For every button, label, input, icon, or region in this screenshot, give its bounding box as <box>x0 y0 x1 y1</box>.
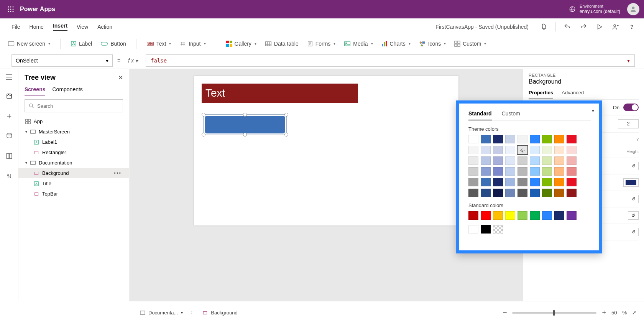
color-swatch[interactable] <box>542 211 552 220</box>
color-swatch[interactable] <box>493 146 503 154</box>
color-swatch[interactable] <box>481 211 491 220</box>
color-swatch[interactable] <box>468 225 478 234</box>
fx-icon[interactable]: fx ▾ <box>125 58 141 64</box>
data-pane-icon[interactable] <box>6 133 13 141</box>
tree-view-icon[interactable] <box>6 93 13 101</box>
share-icon[interactable] <box>611 22 620 31</box>
help-icon[interactable] <box>627 22 636 31</box>
color-swatch[interactable] <box>505 167 515 176</box>
insert-label-button[interactable]: Label <box>71 41 92 47</box>
revert-icon[interactable]: ↺ <box>628 162 639 170</box>
color-swatch[interactable] <box>481 167 491 176</box>
insert-custom-button[interactable]: Custom▾ <box>454 41 486 47</box>
more-icon[interactable]: ••• <box>114 170 125 176</box>
color-swatch[interactable] <box>493 189 503 197</box>
advanced-tools-icon[interactable] <box>6 173 13 181</box>
color-swatch[interactable] <box>542 156 552 165</box>
breadcrumb-screen[interactable]: Documenta... ▾ <box>137 308 186 317</box>
collapse-icon[interactable]: ▾ <box>592 108 594 113</box>
color-swatch[interactable] <box>468 211 478 220</box>
color-swatch[interactable] <box>542 135 552 143</box>
tree-node-background[interactable]: Background ••• <box>18 168 129 178</box>
insert-media-button[interactable]: Media▾ <box>344 41 373 47</box>
insert-pane-icon[interactable] <box>6 113 13 121</box>
insert-forms-button[interactable]: Forms▾ <box>307 41 336 47</box>
color-swatch[interactable] <box>530 167 540 176</box>
color-swatch[interactable] <box>567 178 577 186</box>
app-launcher-icon[interactable] <box>5 3 17 15</box>
color-swatch[interactable] <box>530 178 540 186</box>
user-avatar[interactable] <box>627 3 639 15</box>
tree-node-app[interactable]: App <box>18 116 129 127</box>
zoom-out-button[interactable]: − <box>503 309 507 317</box>
color-swatch[interactable] <box>554 211 564 220</box>
display-toggle[interactable] <box>623 104 639 111</box>
menu-view[interactable]: View <box>77 24 88 30</box>
color-swatch[interactable] <box>554 146 564 154</box>
color-swatch[interactable] <box>493 225 503 234</box>
fill-color-swatch[interactable] <box>623 178 639 187</box>
color-swatch[interactable] <box>567 211 577 220</box>
tab-screens[interactable]: Screens <box>25 86 45 95</box>
color-swatch[interactable] <box>542 167 552 176</box>
tab-properties[interactable]: Properties <box>529 90 553 99</box>
color-swatch[interactable] <box>554 167 564 176</box>
tree-search[interactable] <box>25 99 123 112</box>
color-swatch[interactable] <box>493 135 503 143</box>
color-swatch[interactable] <box>481 135 491 143</box>
revert-icon-4[interactable]: ↺ <box>628 228 639 236</box>
color-swatch[interactable] <box>493 211 503 220</box>
redo-icon[interactable] <box>579 22 588 31</box>
zoom-slider[interactable] <box>512 312 596 314</box>
menu-insert[interactable]: Insert <box>53 23 67 31</box>
color-swatch[interactable] <box>481 156 491 165</box>
tree-node-rectangle1[interactable]: Rectangle1 <box>18 147 129 158</box>
colorpicker-tab-custom[interactable]: Custom <box>502 110 520 120</box>
tree-node-documentation[interactable]: ▾ Documentation <box>18 158 129 168</box>
insert-icons-button[interactable]: Icons▾ <box>419 41 446 47</box>
color-swatch[interactable] <box>567 146 577 154</box>
color-swatch[interactable] <box>530 156 540 165</box>
color-swatch[interactable] <box>567 135 577 143</box>
color-swatch[interactable] <box>481 189 491 197</box>
color-swatch[interactable] <box>530 135 540 143</box>
insert-input-button[interactable]: Input▾ <box>179 41 205 47</box>
color-swatch[interactable] <box>468 146 478 154</box>
color-swatch[interactable] <box>481 146 491 154</box>
color-swatch[interactable] <box>518 156 527 165</box>
close-icon[interactable]: ✕ <box>118 74 123 81</box>
num-input[interactable]: 2 <box>618 119 639 128</box>
color-swatch[interactable] <box>505 156 515 165</box>
undo-icon[interactable] <box>563 22 572 31</box>
environment-picker[interactable]: Environment enayu.com (default) <box>569 4 620 15</box>
color-swatch[interactable] <box>518 178 527 186</box>
color-swatch[interactable] <box>468 178 478 186</box>
color-swatch[interactable] <box>542 146 552 154</box>
insert-button-button[interactable]: Button <box>100 41 126 47</box>
color-swatch[interactable] <box>530 146 540 154</box>
color-swatch[interactable] <box>518 135 527 143</box>
insert-charts-button[interactable]: Charts▾ <box>381 41 411 47</box>
color-swatch[interactable] <box>505 178 515 186</box>
search-input[interactable] <box>37 103 119 109</box>
app-checker-icon[interactable] <box>539 22 549 31</box>
tree-node-title[interactable]: Title <box>18 178 129 189</box>
color-swatch[interactable] <box>518 167 527 176</box>
property-dropdown[interactable]: OnSelect▾ <box>12 54 113 67</box>
color-swatch[interactable] <box>518 189 527 197</box>
hamburger-icon[interactable] <box>6 74 13 81</box>
canvas-label-text[interactable]: Text <box>202 84 358 103</box>
tree-node-topbar[interactable]: TopBar <box>18 189 129 199</box>
revert-icon-3[interactable]: ↺ <box>628 211 639 220</box>
color-swatch[interactable] <box>468 135 478 143</box>
color-swatch[interactable] <box>468 167 478 176</box>
menu-home[interactable]: Home <box>30 24 44 30</box>
color-swatch[interactable] <box>505 211 515 220</box>
color-swatch[interactable] <box>518 146 527 154</box>
color-swatch[interactable] <box>505 189 515 197</box>
fit-screen-icon[interactable]: ⤢ <box>632 310 636 316</box>
screen-canvas[interactable]: Text <box>194 76 458 225</box>
color-swatch[interactable] <box>554 178 564 186</box>
color-swatch[interactable] <box>481 178 491 186</box>
zoom-in-button[interactable]: + <box>602 309 606 317</box>
